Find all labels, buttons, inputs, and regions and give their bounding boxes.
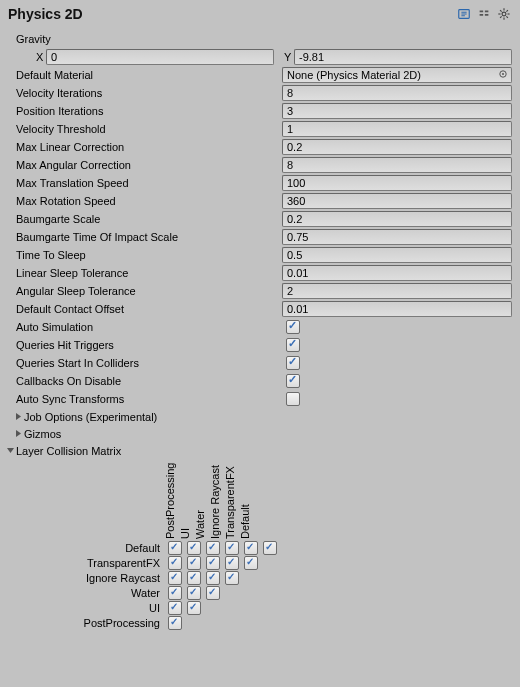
- foldout-gizmos-label: Gizmos: [24, 428, 61, 440]
- matrix-checkbox[interactable]: [168, 556, 182, 570]
- field-input[interactable]: [282, 193, 512, 209]
- field-label: Velocity Iterations: [12, 87, 282, 99]
- matrix-checkbox[interactable]: [187, 571, 201, 585]
- matrix-checkbox[interactable]: [263, 541, 277, 555]
- field-label: Velocity Threshold: [12, 123, 282, 135]
- field-label: Time To Sleep: [12, 249, 282, 261]
- svg-line-8: [506, 10, 508, 12]
- gravity-x-label: X: [32, 51, 46, 63]
- toggle-label: Callbacks On Disable: [12, 375, 282, 387]
- matrix-checkbox[interactable]: [225, 571, 239, 585]
- field-input[interactable]: [282, 301, 512, 317]
- svg-point-11: [502, 73, 504, 75]
- matrix-checkbox[interactable]: [244, 556, 258, 570]
- matrix-col-label: Default: [239, 504, 251, 539]
- gear-icon[interactable]: [496, 6, 512, 22]
- matrix-checkbox[interactable]: [206, 556, 220, 570]
- toggle-checkbox[interactable]: [286, 392, 300, 406]
- field-input[interactable]: [282, 175, 512, 191]
- matrix-checkbox[interactable]: [225, 556, 239, 570]
- svg-point-1: [502, 12, 506, 16]
- matrix-row-label: Default: [12, 542, 164, 554]
- field-input[interactable]: [282, 157, 512, 173]
- field-label: Baumgarte Scale: [12, 213, 282, 225]
- field-label: Max Translation Speed: [12, 177, 282, 189]
- toggle-checkbox[interactable]: [286, 374, 300, 388]
- svg-line-7: [506, 16, 508, 18]
- matrix-checkbox[interactable]: [168, 571, 182, 585]
- preset-icon[interactable]: [476, 6, 492, 22]
- field-input[interactable]: [282, 103, 512, 119]
- matrix-row-label: UI: [12, 602, 164, 614]
- object-picker-icon[interactable]: [498, 69, 510, 81]
- field-input[interactable]: [282, 265, 512, 281]
- field-input[interactable]: [282, 85, 512, 101]
- foldout-arrow-icon: [12, 412, 24, 421]
- toggle-checkbox[interactable]: [286, 338, 300, 352]
- field-label: Max Linear Correction: [12, 141, 282, 153]
- field-input[interactable]: [282, 121, 512, 137]
- field-label: Angular Sleep Tolerance: [12, 285, 282, 297]
- field-input[interactable]: [282, 229, 512, 245]
- matrix-col-label: Ignore Raycast: [209, 465, 221, 539]
- matrix-checkbox[interactable]: [187, 541, 201, 555]
- toggle-label: Queries Hit Triggers: [12, 339, 282, 351]
- field-label: Position Iterations: [12, 105, 282, 117]
- field-label: Default Contact Offset: [12, 303, 282, 315]
- matrix-col-label: TransparentFX: [224, 466, 236, 539]
- gravity-label: Gravity: [12, 33, 282, 45]
- matrix-checkbox[interactable]: [225, 541, 239, 555]
- matrix-checkbox[interactable]: [187, 586, 201, 600]
- foldout-job-options-label: Job Options (Experimental): [24, 411, 157, 423]
- foldout-job-options[interactable]: Job Options (Experimental): [12, 408, 512, 425]
- matrix-row-label: TransparentFX: [12, 557, 164, 569]
- default-material-field[interactable]: [282, 67, 512, 83]
- foldout-arrow-down-icon: [4, 446, 16, 455]
- matrix-checkbox[interactable]: [206, 541, 220, 555]
- matrix-row-label: Ignore Raycast: [12, 572, 164, 584]
- toggle-checkbox[interactable]: [286, 320, 300, 334]
- matrix-checkbox[interactable]: [168, 586, 182, 600]
- gravity-y-input[interactable]: [294, 49, 512, 65]
- matrix-checkbox[interactable]: [206, 586, 220, 600]
- foldout-arrow-icon: [12, 429, 24, 438]
- matrix-checkbox[interactable]: [168, 541, 182, 555]
- default-material-label: Default Material: [12, 69, 282, 81]
- matrix-col-label: Water: [194, 510, 206, 539]
- field-input[interactable]: [282, 211, 512, 227]
- matrix-row-label: PostProcessing: [12, 617, 164, 629]
- svg-line-9: [500, 16, 502, 18]
- field-label: Max Rotation Speed: [12, 195, 282, 207]
- matrix-row-label: Water: [12, 587, 164, 599]
- toggle-label: Auto Sync Transforms: [12, 393, 282, 405]
- matrix-checkbox[interactable]: [244, 541, 258, 555]
- matrix-checkbox[interactable]: [206, 571, 220, 585]
- matrix-checkbox[interactable]: [168, 601, 182, 615]
- toggle-label: Queries Start In Colliders: [12, 357, 282, 369]
- foldout-layer-matrix-label: Layer Collision Matrix: [16, 445, 121, 457]
- field-label: Baumgarte Time Of Impact Scale: [12, 231, 282, 243]
- field-input[interactable]: [282, 139, 512, 155]
- foldout-layer-matrix[interactable]: Layer Collision Matrix: [4, 442, 512, 459]
- matrix-checkbox[interactable]: [187, 601, 201, 615]
- foldout-gizmos[interactable]: Gizmos: [12, 425, 512, 442]
- field-input[interactable]: [282, 283, 512, 299]
- field-label: Linear Sleep Tolerance: [12, 267, 282, 279]
- field-input[interactable]: [282, 247, 512, 263]
- matrix-checkbox[interactable]: [187, 556, 201, 570]
- panel-title: Physics 2D: [8, 6, 83, 22]
- help-icon[interactable]: [456, 6, 472, 22]
- svg-line-6: [500, 10, 502, 12]
- toggle-checkbox[interactable]: [286, 356, 300, 370]
- field-label: Max Angular Correction: [12, 159, 282, 171]
- matrix-checkbox[interactable]: [168, 616, 182, 630]
- matrix-col-label: PostProcessing: [164, 463, 176, 539]
- toggle-label: Auto Simulation: [12, 321, 282, 333]
- gravity-y-label: Y: [280, 51, 294, 63]
- gravity-x-input[interactable]: [46, 49, 274, 65]
